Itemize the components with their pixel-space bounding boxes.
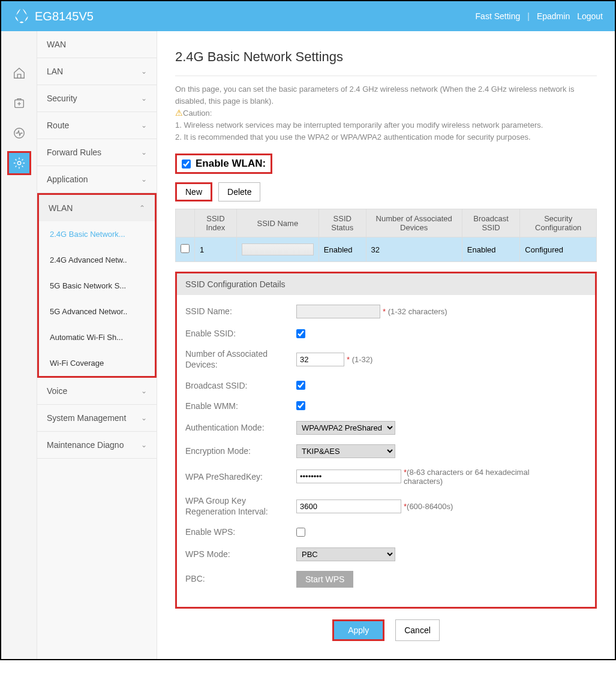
- nav-forward-rules[interactable]: Forward Rules⌄: [37, 139, 157, 166]
- rail-add[interactable]: [7, 91, 31, 115]
- rail-home[interactable]: [7, 61, 31, 85]
- user-link[interactable]: Epadmin: [537, 11, 570, 21]
- chevron-down-icon: ⌄: [141, 148, 147, 157]
- chevron-down-icon: ⌄: [141, 387, 147, 395]
- ssid-blurred: [242, 243, 314, 255]
- nav-wlan[interactable]: WLAN⌃: [39, 195, 155, 221]
- enc-select[interactable]: TKIP&AES: [296, 444, 395, 458]
- ssid-name-label: SSID Name:: [185, 306, 296, 317]
- chevron-down-icon: ⌄: [141, 121, 147, 130]
- start-wps-button[interactable]: Start WPS: [296, 571, 353, 588]
- enable-wlan-label: Enable WLAN:: [196, 158, 266, 170]
- sub-24g-advanced[interactable]: 2.4G Advanced Netw..: [39, 247, 155, 273]
- apply-button[interactable]: Apply: [334, 621, 383, 639]
- cancel-button[interactable]: Cancel: [395, 619, 440, 641]
- num-assoc-input[interactable]: [296, 353, 344, 366]
- broadcast-label: Broadcast SSID:: [185, 380, 296, 391]
- fast-setting-link[interactable]: Fast Setting: [476, 11, 521, 21]
- logout-link[interactable]: Logout: [577, 11, 603, 21]
- ssid-table: SSID Index SSID Name SSID Status Number …: [175, 209, 597, 262]
- sidebar: WAN LAN⌄ Security⌄ Route⌄ Forward Rules⌄…: [37, 31, 157, 659]
- nav-wan[interactable]: WAN: [37, 31, 157, 58]
- psk-label: WPA PreSharedKey:: [185, 471, 296, 482]
- wmm-label: Enable WMM:: [185, 401, 296, 411]
- nav-security[interactable]: Security⌄: [37, 85, 157, 112]
- enc-label: Encryption Mode:: [185, 446, 296, 456]
- chevron-down-icon: ⌄: [141, 441, 147, 449]
- auth-select[interactable]: WPA/WPA2 PreSharedK: [296, 421, 395, 435]
- nav-voice[interactable]: Voice⌄: [37, 378, 157, 405]
- sub-5g-basic[interactable]: 5G Basic Network S...: [39, 273, 155, 299]
- sub-5g-advanced[interactable]: 5G Advanced Networ..: [39, 299, 155, 324]
- group-input[interactable]: [296, 500, 401, 513]
- group-label: WPA Group Key Regeneration Interval:: [185, 495, 296, 517]
- ssid-name-input[interactable]: [296, 305, 380, 318]
- row-checkbox[interactable]: [181, 244, 190, 253]
- description: On this page, you can set the basic para…: [175, 76, 597, 143]
- enable-ssid-label: Enable SSID:: [185, 328, 296, 339]
- header: EG8145V5 Fast Setting | Epadmin Logout: [1, 1, 615, 31]
- warning-icon: ⚠: [175, 108, 183, 118]
- icon-rail: [1, 31, 37, 659]
- model-text: EG8145V5: [35, 10, 94, 23]
- nav-application[interactable]: Application⌄: [37, 166, 157, 193]
- chevron-down-icon: ⌄: [141, 67, 147, 76]
- logo: EG8145V5: [13, 8, 94, 25]
- sub-24g-basic[interactable]: 2.4G Basic Network...: [39, 221, 155, 247]
- chevron-down-icon: ⌄: [141, 175, 147, 183]
- new-button[interactable]: New: [175, 182, 212, 201]
- delete-button[interactable]: Delete: [218, 182, 260, 201]
- nav-maintenance[interactable]: Maintenance Diagno⌄: [37, 432, 157, 459]
- broadcast-checkbox[interactable]: [296, 381, 305, 390]
- chevron-down-icon: ⌄: [141, 94, 147, 103]
- psk-input[interactable]: [296, 470, 401, 483]
- wps-mode-label: WPS Mode:: [185, 549, 296, 559]
- wps-mode-select[interactable]: PBC: [296, 547, 395, 561]
- table-row[interactable]: 1 Enabled 32 Enabled Configured: [176, 237, 597, 262]
- page-title: 2.4G Basic Network Settings: [175, 49, 597, 65]
- enable-wlan-checkbox[interactable]: [182, 160, 191, 169]
- separator: |: [527, 11, 530, 21]
- chevron-down-icon: ⌄: [141, 414, 147, 422]
- auth-label: Authentication Mode:: [185, 422, 296, 433]
- svg-point-2: [17, 161, 21, 165]
- wmm-checkbox[interactable]: [296, 401, 305, 410]
- nav-route[interactable]: Route⌄: [37, 112, 157, 139]
- pbc-label: PBC:: [185, 573, 296, 584]
- nav-lan[interactable]: LAN⌄: [37, 58, 157, 85]
- nav-system[interactable]: System Management⌄: [37, 405, 157, 432]
- config-box: SSID Configuration Details SSID Name:* (…: [175, 272, 597, 609]
- wps-label: Enable WPS:: [185, 526, 296, 537]
- enable-ssid-checkbox[interactable]: [296, 329, 305, 338]
- wps-checkbox[interactable]: [296, 528, 305, 537]
- chevron-up-icon: ⌃: [139, 204, 145, 212]
- enable-wlan-row: Enable WLAN:: [175, 154, 272, 174]
- sub-auto-wifi[interactable]: Automatic Wi-Fi Sh...: [39, 324, 155, 350]
- config-title: SSID Configuration Details: [177, 273, 595, 295]
- rail-settings[interactable]: [7, 151, 31, 175]
- content: 2.4G Basic Network Settings On this page…: [157, 31, 615, 659]
- rail-activity[interactable]: [7, 121, 31, 145]
- num-assoc-label: Number of Associated Devices:: [185, 348, 296, 370]
- sub-wifi-coverage[interactable]: Wi-Fi Coverage: [39, 350, 155, 376]
- huawei-icon: [13, 8, 30, 25]
